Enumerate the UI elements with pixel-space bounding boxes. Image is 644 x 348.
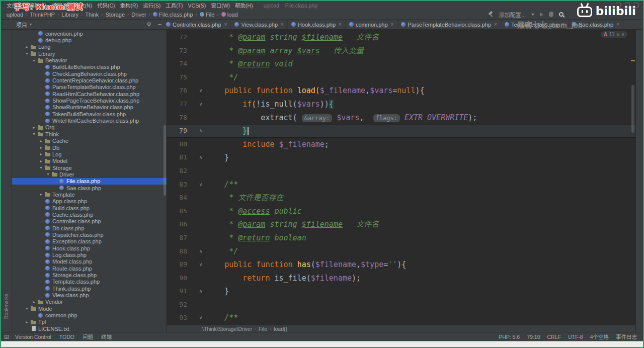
- tree-expand-arrow[interactable]: ▾: [24, 51, 30, 56]
- tab-close-icon[interactable]: ×: [616, 22, 619, 27]
- editor-tab[interactable]: Controller.class.php×: [163, 20, 231, 29]
- add-configuration-button[interactable]: 添加配置...: [499, 11, 526, 19]
- status-item[interactable]: 问题: [83, 333, 93, 340]
- tree-row[interactable]: CheckLangBehavior.class.php: [12, 70, 167, 77]
- fold-icon[interactable]: ∧: [187, 245, 206, 258]
- code-line[interactable]: 90 return is_file($filename);: [167, 272, 635, 285]
- tree-row[interactable]: ▸Org: [12, 124, 167, 131]
- fold-icon[interactable]: ∧: [187, 124, 206, 138]
- code-line[interactable]: 87 * @return boolean: [167, 231, 635, 245]
- menu-item[interactable]: 工具(T): [163, 2, 185, 9]
- tree-expand-arrow[interactable]: ▾: [45, 172, 51, 177]
- tool-window-switcher-icon[interactable]: ⊞: [4, 333, 9, 340]
- tree-row[interactable]: Log.class.php: [12, 251, 167, 258]
- tree-row[interactable]: ParseTemplateBehavior.class.php: [12, 84, 167, 91]
- code-line[interactable]: 75 */: [167, 71, 635, 84]
- code-line[interactable]: 74 * @return void: [167, 57, 635, 71]
- code-line[interactable]: 82: [167, 164, 635, 178]
- tree-row[interactable]: TokenBuildBehavior.class.php: [12, 111, 167, 117]
- editor-tab[interactable]: ParseTemplateBehavior.class.php×: [397, 20, 501, 29]
- tree-row[interactable]: debug.php: [12, 37, 167, 43]
- tree-row[interactable]: convention.php: [12, 30, 167, 37]
- tree-row[interactable]: File.class.php: [12, 178, 167, 185]
- project-panel-header[interactable]: 项目 ▾ ⚙ −: [12, 20, 167, 29]
- code-line[interactable]: 73 * @param array $vars 传入变量: [167, 44, 635, 58]
- breadcrumb-item[interactable]: File.class.php: [152, 12, 193, 18]
- tree-row[interactable]: ▾Library: [12, 50, 167, 57]
- status-item[interactable]: UTF-8: [568, 334, 583, 340]
- code-line[interactable]: 86 * @param string $filename 文件名: [167, 218, 635, 231]
- tree-expand-arrow[interactable]: ▸: [38, 192, 44, 197]
- tab-close-icon[interactable]: ×: [494, 22, 497, 27]
- menu-item[interactable]: 窗口(W): [208, 2, 232, 9]
- bookmarks-tool-button[interactable]: Bookmarks: [4, 294, 9, 319]
- tree-row[interactable]: ▾Think: [12, 131, 167, 137]
- tree-row[interactable]: App.class.php: [12, 198, 167, 205]
- error-stripe-mark[interactable]: [631, 60, 635, 61]
- editor-breadcrumb-item[interactable]: File: [259, 326, 267, 332]
- tree-expand-arrow[interactable]: ▸: [24, 320, 30, 324]
- settings-gear-icon[interactable]: ⚙: [146, 21, 151, 28]
- tree-row[interactable]: LICENSE.txt: [12, 325, 167, 332]
- tab-close-icon[interactable]: ×: [224, 22, 227, 27]
- tree-row[interactable]: ▾Mode: [12, 305, 167, 312]
- tree-expand-arrow[interactable]: ▸: [38, 159, 44, 163]
- tree-row[interactable]: BuildLiteBehavior.class.php: [12, 64, 167, 70]
- tree-expand-arrow[interactable]: ▸: [38, 152, 44, 156]
- tree-row[interactable]: ▸Cache: [12, 138, 167, 144]
- fold-icon[interactable]: ∨: [187, 98, 206, 111]
- breadcrumb-item[interactable]: Think: [85, 12, 99, 18]
- tree-row[interactable]: ▸Vendor: [12, 299, 167, 305]
- tree-row[interactable]: Hook.class.php: [12, 245, 167, 251]
- tree-row[interactable]: WriteHtmlCacheBehavior.class.php: [12, 117, 167, 124]
- status-item[interactable]: TODO: [59, 334, 74, 340]
- breadcrumb-item[interactable]: Storage: [105, 12, 125, 18]
- tab-close-icon[interactable]: ×: [391, 22, 394, 27]
- tree-row[interactable]: ▾Storage: [12, 164, 167, 171]
- code-line[interactable]: 92: [167, 298, 635, 312]
- breadcrumb-item[interactable]: ThinkPHP: [29, 12, 55, 18]
- menu-item[interactable]: 重构(R): [118, 2, 141, 9]
- tree-row[interactable]: Route.class.php: [12, 265, 167, 272]
- fold-icon[interactable]: ∨: [187, 311, 206, 325]
- breadcrumb-item[interactable]: upload: [6, 12, 24, 18]
- editor-tab[interactable]: common.php×: [346, 20, 397, 29]
- tree-expand-arrow[interactable]: ▾: [31, 58, 37, 63]
- status-item[interactable]: CRLF: [547, 334, 560, 340]
- tab-close-icon[interactable]: ×: [339, 22, 342, 27]
- tree-row[interactable]: ▸Log: [12, 151, 167, 157]
- status-item[interactable]: 事件日志: [616, 333, 637, 340]
- code-area[interactable]: 72 * @param string $filename 文件名73 * @pa…: [167, 30, 635, 325]
- tree-row[interactable]: Model.class.php: [12, 258, 167, 265]
- tree-row[interactable]: Db.class.php: [12, 225, 167, 231]
- tree-row[interactable]: ▸Template: [12, 191, 167, 198]
- code-line[interactable]: 83∨ /**: [167, 178, 635, 192]
- breadcrumb-item[interactable]: File: [199, 12, 215, 18]
- tree-row[interactable]: Build.class.php: [12, 205, 167, 211]
- code-line[interactable]: 78 extract( &array: $vars, flags: EXTR_O…: [167, 111, 635, 125]
- fold-icon[interactable]: ∧: [187, 285, 206, 298]
- editor-breadcrumb-item[interactable]: load(): [274, 326, 287, 332]
- editor-scrollbar[interactable]: [630, 30, 635, 325]
- menu-item[interactable]: 代码(C): [95, 2, 118, 9]
- editor-breadcrumb-item[interactable]: \Think\Storage\Driver: [202, 326, 252, 332]
- menu-item[interactable]: 帮助(H): [232, 2, 256, 9]
- tree-row[interactable]: View.class.php: [12, 292, 167, 298]
- tree-expand-arrow[interactable]: ▸: [31, 300, 37, 304]
- search-icon[interactable]: [559, 12, 564, 17]
- fold-icon[interactable]: ∨: [187, 84, 206, 98]
- tree-expand-arrow[interactable]: ▸: [31, 125, 37, 130]
- tab-close-icon[interactable]: ×: [281, 22, 284, 27]
- menu-item[interactable]: 运行(S): [140, 2, 163, 9]
- code-line[interactable]: 89∨ public function has($filename,$type=…: [167, 258, 635, 272]
- code-line[interactable]: 76∨ public function load($_filename,$var…: [167, 84, 635, 98]
- code-line[interactable]: 79∧ }: [167, 124, 635, 138]
- tree-row[interactable]: Template.class.php: [12, 279, 167, 285]
- status-item[interactable]: Version Control: [15, 334, 51, 340]
- prev-inspection-icon[interactable]: ∧: [616, 32, 619, 37]
- code-line[interactable]: 77∨ if(!is_null($vars)){: [167, 98, 635, 111]
- tree-row[interactable]: Exception.class.php: [12, 238, 167, 245]
- tree-row[interactable]: ▸Lang: [12, 44, 167, 50]
- menu-item[interactable]: VCS(S): [186, 3, 209, 9]
- editor-tab[interactable]: View.class.php×: [231, 20, 287, 29]
